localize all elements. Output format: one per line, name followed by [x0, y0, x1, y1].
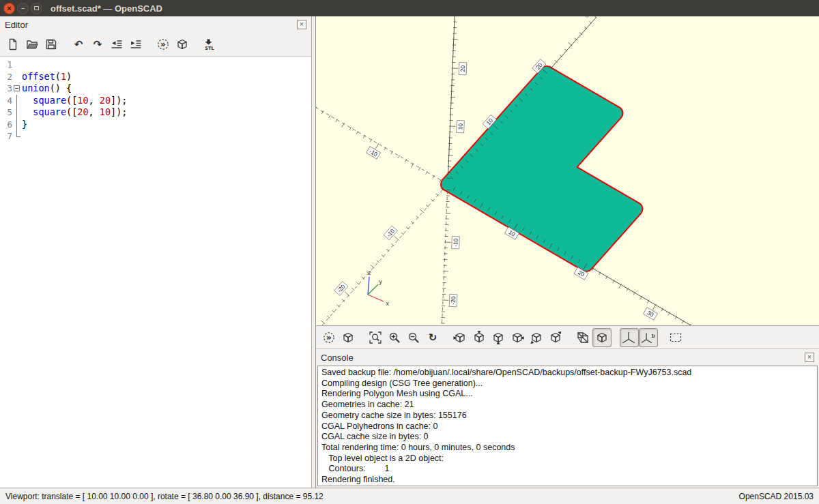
toolbar-separator: [565, 326, 573, 349]
render-icon: [175, 38, 189, 51]
window-controls: × −: [3, 3, 42, 14]
perspective-icon: [576, 331, 590, 344]
render-button[interactable]: [173, 35, 192, 54]
close-window-button[interactable]: ×: [3, 3, 15, 14]
view-bottom-button[interactable]: [489, 328, 508, 347]
undo-button[interactable]: ↶: [69, 35, 88, 54]
render-icon: [341, 331, 355, 344]
fold-marker: [12, 119, 22, 131]
view-front-button[interactable]: [527, 328, 546, 347]
code-line: 1: [0, 59, 311, 71]
svg-text:-20: -20: [450, 296, 457, 305]
code-line: 5 square([20, 10]);: [0, 106, 311, 119]
titlebar: × − offset.scad* — OpenSCAD: [0, 0, 819, 16]
line-number: 3: [0, 83, 12, 95]
svg-text:»: »: [160, 40, 166, 49]
svg-text:-10: -10: [452, 238, 459, 247]
toolbar-separator: [442, 326, 450, 349]
export-stl-icon: STL: [203, 38, 216, 51]
console-line: Compiling design (CSG Tree generation)..…: [321, 379, 814, 389]
show-axes-button[interactable]: [620, 328, 639, 347]
console-close-button[interactable]: ×: [805, 353, 814, 362]
viewport-3d[interactable]: -20-10102030-20-10102030-20-101020zxy: [316, 16, 819, 326]
view-all-icon: [669, 331, 682, 344]
console-line: Saved backup file: /home/obijuan/.local/…: [321, 368, 814, 379]
open-file-button[interactable]: [23, 35, 42, 54]
console-line: Geometries in cache: 21: [321, 400, 814, 411]
code-line-text: union() {: [22, 83, 311, 95]
save-file-button[interactable]: [42, 35, 61, 54]
code-editor[interactable]: 12offset(1)3union() {4 square([10, 20]);…: [0, 56, 311, 488]
svg-text:STL: STL: [205, 46, 214, 51]
code-line: 2offset(1): [0, 71, 311, 83]
save-file-icon: [44, 38, 58, 51]
console-panel-header: Console ×: [316, 349, 819, 366]
view-right-button[interactable]: [450, 328, 470, 347]
code-line-text: }: [22, 119, 311, 131]
unindent-icon: [110, 38, 124, 51]
console-line: CGAL Polyhedrons in cache: 0: [321, 421, 814, 432]
reset-view-button[interactable]: ↻: [423, 328, 442, 347]
svg-text:10: 10: [457, 123, 463, 130]
code-line: 4 square([10, 20]);: [0, 95, 311, 107]
toolbar-separator: [358, 326, 366, 349]
redo-icon: ↷: [91, 38, 104, 51]
new-file-button[interactable]: [3, 35, 23, 54]
svg-text:10: 10: [651, 333, 655, 339]
zoom-in-button[interactable]: [385, 328, 404, 347]
maximize-icon: [34, 6, 39, 10]
preview-button[interactable]: »: [154, 35, 173, 54]
orthogonal-button[interactable]: [592, 328, 612, 347]
svg-text:↻: ↻: [429, 331, 437, 344]
viewport-canvas[interactable]: -20-10102030-20-10102030-20-101020zxy: [316, 16, 819, 326]
right-column: -20-10102030-20-10102030-20-101020zxy »↻…: [316, 16, 819, 488]
toolbar-separator: [61, 33, 69, 56]
perspective-button[interactable]: [573, 328, 592, 347]
indent-icon: [129, 38, 143, 51]
preview-button[interactable]: »: [319, 328, 339, 347]
fold-marker[interactable]: [12, 83, 22, 95]
show-axes-icon: [622, 331, 636, 344]
fold-marker: [12, 130, 22, 143]
line-number: 2: [0, 71, 12, 83]
editor-close-button[interactable]: ×: [297, 20, 306, 29]
svg-text:↷: ↷: [94, 38, 102, 50]
axis-scale-label: -20: [449, 294, 457, 306]
view-left-button[interactable]: [508, 328, 527, 347]
orthogonal-icon: [595, 331, 609, 344]
unindent-button[interactable]: [107, 35, 126, 54]
statusbar-version: OpenSCAD 2015.03: [739, 492, 814, 501]
console-line: Geometry cache size in bytes: 155176: [321, 411, 814, 421]
view-front-icon: [530, 331, 543, 344]
editor-panel-title: Editor: [5, 20, 297, 30]
code-line-text: [22, 130, 311, 143]
svg-text:20: 20: [459, 65, 466, 72]
toolbar-separator: [612, 326, 620, 349]
svg-text:z: z: [368, 269, 371, 276]
zoom-all-button[interactable]: [366, 328, 385, 347]
fold-column: [12, 71, 22, 83]
export-stl-button[interactable]: STL: [200, 35, 219, 54]
minimize-window-button[interactable]: −: [17, 3, 29, 14]
view-back-icon: [549, 331, 562, 344]
indent-button[interactable]: [126, 35, 145, 54]
maximize-window-button[interactable]: [31, 3, 42, 14]
zoom-out-icon: [407, 331, 420, 344]
view-back-button[interactable]: [546, 328, 565, 347]
console-line: Contours: 1: [321, 464, 814, 475]
line-number: 1: [0, 59, 12, 71]
view-top-button[interactable]: [470, 328, 489, 347]
view-all-button[interactable]: [666, 328, 685, 347]
console-line: Total rendering time: 0 hours, 0 minutes…: [321, 443, 814, 454]
show-scale-markers-button[interactable]: 10: [639, 328, 658, 347]
line-number: 7: [0, 130, 12, 143]
fold-marker: [12, 95, 22, 107]
zoom-out-button[interactable]: [404, 328, 423, 347]
toolbar-separator: [192, 33, 200, 56]
redo-button[interactable]: ↷: [88, 35, 107, 54]
svg-text:x: x: [386, 300, 390, 307]
console-output[interactable]: Saved backup file: /home/obijuan/.local/…: [317, 366, 818, 486]
render-button[interactable]: [339, 328, 358, 347]
fold-collapse-icon[interactable]: [14, 85, 20, 91]
fold-marker: [12, 106, 22, 119]
